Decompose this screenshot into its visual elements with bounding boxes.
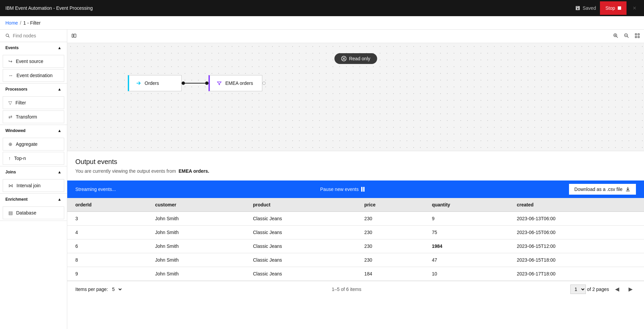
pagination-bar: Items per page: 5 10 20 1–5 of 6 items 1… xyxy=(67,281,644,297)
toggle-sidebar-button[interactable] xyxy=(70,32,78,41)
sidebar-item-filter[interactable]: ▽ Filter xyxy=(3,96,64,109)
breadcrumb-current: 1 - Filter xyxy=(23,20,40,26)
col-product: product xyxy=(245,198,356,212)
pause-button[interactable]: Pause new events xyxy=(320,187,365,192)
breadcrumb: Home / 1 - Filter xyxy=(0,16,644,30)
sidebar-item-interval-join[interactable]: ⋈ Interval join xyxy=(3,179,64,192)
fit-icon xyxy=(635,33,640,38)
emea-orders-node-label: EMEA orders xyxy=(225,80,253,86)
sidebar-item-topn[interactable]: ↑ Top-n xyxy=(3,152,64,165)
sidebar-section-joins: Joins ▲ ⋈ Interval join xyxy=(0,166,67,194)
table-cell-price: 230 xyxy=(356,212,424,226)
pagination-right: 1 2 of 2 pages ◀ ▶ xyxy=(570,284,636,294)
source-node-icon xyxy=(136,80,141,86)
table-cell-created: 2023-06-13T06:00 xyxy=(509,212,644,226)
streaming-label: Streaming events... xyxy=(75,187,116,192)
sidebar-section-processors: Processors ▲ ▽ Filter ⇄ Transform xyxy=(0,84,67,125)
canvas[interactable]: Read only Orders xyxy=(67,43,644,151)
database-icon: ▤ xyxy=(8,210,13,216)
stop-square-icon xyxy=(618,6,621,10)
orders-node-label: Orders xyxy=(145,80,159,86)
next-page-button[interactable]: ▶ xyxy=(625,284,636,294)
stop-button-label: Stop xyxy=(605,5,615,11)
connector-end-dot xyxy=(262,81,266,85)
sidebar-item-transform[interactable]: ⇄ Transform xyxy=(3,110,64,123)
connector-dot-left xyxy=(182,81,185,85)
table-cell-customer: John Smith xyxy=(147,253,245,267)
table-cell-orderid: 4 xyxy=(67,226,147,239)
table-cell-customer: John Smith xyxy=(147,267,245,281)
prev-page-button[interactable]: ◀ xyxy=(612,284,622,294)
zoom-in-button[interactable] xyxy=(612,32,620,41)
orders-node[interactable]: Orders xyxy=(128,75,182,91)
output-table: orderId customer product price quantity … xyxy=(67,198,644,281)
join-icon: ⋈ xyxy=(8,183,13,188)
arrow-both-icon: ↔ xyxy=(8,73,13,78)
zoom-out-button[interactable] xyxy=(622,32,631,41)
download-button[interactable]: Download as a .csv file xyxy=(569,184,636,195)
table-cell-created: 2023-06-15T12:00 xyxy=(509,239,644,253)
table-cell-price: 230 xyxy=(356,253,424,267)
top-bar: IBM Event Automation - Event Processing … xyxy=(0,0,644,16)
sidebar-section-events-header[interactable]: Events ▲ xyxy=(0,42,67,54)
sidebar-section-events: Events ▲ ↪ Event source ↔ Event destinat… xyxy=(0,42,67,84)
transform-icon: ⇄ xyxy=(8,114,12,120)
filter-node-icon xyxy=(217,80,222,86)
output-subtitle: You are currently viewing the output eve… xyxy=(75,168,636,174)
chevron-up-icon-processors: ▲ xyxy=(58,87,62,92)
read-only-icon xyxy=(341,56,346,61)
chevron-up-icon-windowed: ▲ xyxy=(58,128,62,133)
table-cell-customer: John Smith xyxy=(147,239,245,253)
svg-rect-2 xyxy=(74,34,76,37)
emea-orders-node[interactable]: EMEA orders xyxy=(209,75,262,91)
table-cell-orderid: 8 xyxy=(67,253,147,267)
table-cell-quantity: 10 xyxy=(424,267,509,281)
output-subtitle-node: EMEA orders. xyxy=(179,168,209,174)
read-only-label: Read only xyxy=(349,56,370,61)
sidebar-section-windowed-header[interactable]: Windowed ▲ xyxy=(0,125,67,136)
pause-icon xyxy=(361,187,365,192)
table-cell-price: 230 xyxy=(356,239,424,253)
breadcrumb-home[interactable]: Home xyxy=(5,20,18,26)
chevron-up-icon-enrichment: ▲ xyxy=(58,197,62,202)
table-cell-orderid: 9 xyxy=(67,267,147,281)
sidebar-section-processors-header[interactable]: Processors ▲ xyxy=(0,84,67,95)
table-row: 8John SmithClassic Jeans230472023-06-15T… xyxy=(67,253,644,267)
items-per-page: Items per page: 5 10 20 xyxy=(75,286,123,292)
breadcrumb-separator: / xyxy=(20,20,21,26)
col-customer: customer xyxy=(147,198,245,212)
col-orderid: orderId xyxy=(67,198,147,212)
window-close-button[interactable]: ✕ xyxy=(631,4,639,12)
canvas-toolbar xyxy=(67,30,644,43)
stop-button[interactable]: Stop xyxy=(600,1,627,15)
table-row: 4John SmithClassic Jeans230752023-06-15T… xyxy=(67,226,644,239)
sidebar-item-event-source[interactable]: ↪ Event source xyxy=(3,55,64,68)
sidebar-search[interactable] xyxy=(0,30,67,42)
output-header: Output events You are currently viewing … xyxy=(67,151,644,180)
fit-view-button[interactable] xyxy=(633,32,641,41)
table-row: 3John SmithClassic Jeans23092023-06-13T0… xyxy=(67,212,644,226)
topn-icon: ↑ xyxy=(8,156,11,161)
table-cell-quantity: 47 xyxy=(424,253,509,267)
sidebar-item-aggregate[interactable]: ⊕ Aggregate xyxy=(3,138,64,151)
page-range-info: 1–5 of 6 items xyxy=(332,287,361,292)
app-title: IBM Event Automation - Event Processing xyxy=(5,5,93,11)
sidebar-item-event-destination[interactable]: ↔ Event destination xyxy=(3,69,64,82)
table-cell-product: Classic Jeans xyxy=(245,239,356,253)
search-input[interactable] xyxy=(13,33,62,38)
table-cell-created: 2023-06-15T06:00 xyxy=(509,226,644,239)
table-cell-orderid: 3 xyxy=(67,212,147,226)
table-cell-quantity: 1984 xyxy=(424,239,509,253)
page-number-select[interactable]: 1 2 xyxy=(570,285,586,294)
sidebar-section-enrichment-header[interactable]: Enrichment ▲ xyxy=(0,194,67,205)
items-per-page-select[interactable]: 5 10 20 xyxy=(111,286,123,292)
table-cell-product: Classic Jeans xyxy=(245,253,356,267)
flow-connector-end xyxy=(262,81,266,85)
sidebar-section-joins-header[interactable]: Joins ▲ xyxy=(0,166,67,178)
filter-icon: ▽ xyxy=(8,100,12,105)
page-select: 1 2 of 2 pages xyxy=(570,285,609,294)
chevron-up-icon-joins: ▲ xyxy=(58,170,62,174)
table-cell-product: Classic Jeans xyxy=(245,226,356,239)
sidebar-section-enrichment: Enrichment ▲ ▤ Database xyxy=(0,194,67,221)
sidebar-item-database[interactable]: ▤ Database xyxy=(3,206,64,219)
